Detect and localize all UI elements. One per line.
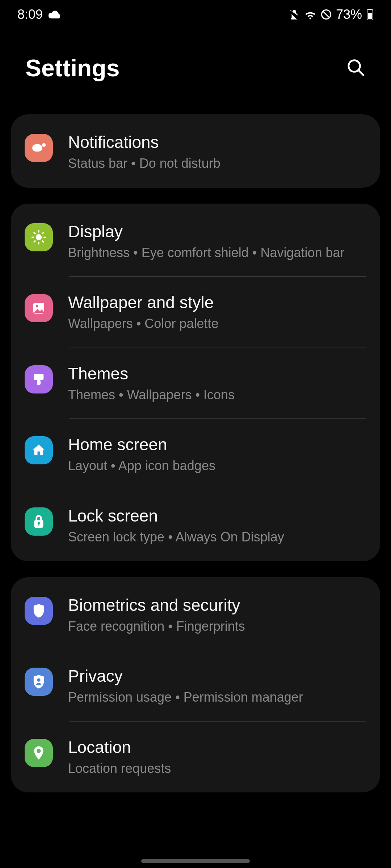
item-subtitle: Face recognition • Fingerprints: [68, 618, 245, 635]
item-subtitle: Brightness • Eye comfort shield • Naviga…: [68, 244, 345, 262]
svg-line-1: [323, 11, 329, 18]
battery-text: 73%: [336, 7, 362, 22]
item-subtitle: Screen lock type • Always On Display: [68, 528, 284, 546]
item-title: Display: [68, 222, 345, 241]
battery-icon: [366, 9, 374, 20]
svg-rect-4: [368, 13, 372, 19]
item-title: Privacy: [68, 666, 303, 686]
settings-item-themes[interactable]: ThemesThemes • Wallpapers • Icons: [11, 348, 380, 419]
wifi-icon: [304, 9, 316, 20]
status-time: 8:09: [17, 7, 43, 22]
svg-rect-20: [34, 374, 44, 380]
settings-item-home[interactable]: Home screenLayout • App icon badges: [11, 419, 380, 490]
mute-icon: [289, 9, 300, 20]
svg-point-8: [42, 143, 46, 147]
search-icon: [346, 58, 366, 77]
cloud-icon: [49, 10, 60, 18]
svg-rect-24: [38, 523, 39, 526]
settings-item-notifications[interactable]: NotificationsStatus bar • Do not disturb: [11, 114, 380, 188]
item-subtitle: Status bar • Do not disturb: [68, 155, 220, 173]
settings-group: DisplayBrightness • Eye comfort shield •…: [11, 204, 380, 561]
page-title: Settings: [25, 54, 119, 82]
svg-point-25: [37, 678, 40, 682]
themes-icon: [25, 365, 53, 393]
settings-item-lock[interactable]: Lock screenScreen lock type • Always On …: [11, 490, 380, 561]
svg-point-9: [36, 234, 42, 240]
page-header: Settings: [0, 29, 391, 114]
settings-group: Biometrics and securityFace recognition …: [11, 577, 380, 793]
svg-line-15: [42, 241, 43, 242]
item-subtitle: Permission usage • Permission manager: [68, 689, 303, 706]
svg-rect-3: [369, 9, 371, 10]
svg-line-14: [34, 233, 35, 234]
item-subtitle: Location requests: [68, 760, 171, 778]
item-title: Notifications: [68, 132, 220, 152]
settings-item-shield[interactable]: Biometrics and securityFace recognition …: [11, 577, 380, 651]
lock-icon: [25, 507, 53, 536]
item-title: Themes: [68, 364, 235, 383]
privacy-icon: [25, 668, 53, 696]
item-title: Biometrics and security: [68, 595, 245, 615]
shield-icon: [25, 597, 53, 625]
search-button[interactable]: [346, 58, 366, 78]
status-bar: 8:09 73%: [0, 0, 391, 29]
notifications-icon: [25, 134, 53, 162]
settings-item-display[interactable]: DisplayBrightness • Eye comfort shield •…: [11, 204, 380, 277]
settings-item-privacy[interactable]: PrivacyPermission usage • Permission man…: [11, 650, 380, 722]
svg-line-17: [42, 233, 43, 234]
item-subtitle: Themes • Wallpapers • Icons: [68, 386, 235, 404]
gesture-bar[interactable]: [141, 859, 250, 863]
svg-line-16: [34, 241, 35, 242]
svg-point-19: [36, 305, 38, 308]
item-title: Lock screen: [68, 506, 284, 526]
wallpaper-icon: [25, 294, 53, 322]
svg-rect-21: [37, 380, 41, 384]
location-icon: [25, 739, 53, 767]
no-data-icon: [321, 9, 332, 20]
item-title: Location: [68, 737, 171, 757]
settings-group: NotificationsStatus bar • Do not disturb: [11, 114, 380, 188]
svg-point-26: [37, 749, 41, 753]
item-subtitle: Wallpapers • Color palette: [68, 315, 218, 333]
item-title: Wallpaper and style: [68, 293, 218, 312]
settings-item-location[interactable]: LocationLocation requests: [11, 722, 380, 793]
item-subtitle: Layout • App icon badges: [68, 457, 215, 475]
settings-item-wallpaper[interactable]: Wallpaper and styleWallpapers • Color pa…: [11, 277, 380, 348]
item-title: Home screen: [68, 435, 215, 454]
display-icon: [25, 223, 53, 251]
svg-rect-7: [32, 144, 42, 152]
svg-line-6: [358, 70, 363, 75]
home-icon: [25, 436, 53, 464]
